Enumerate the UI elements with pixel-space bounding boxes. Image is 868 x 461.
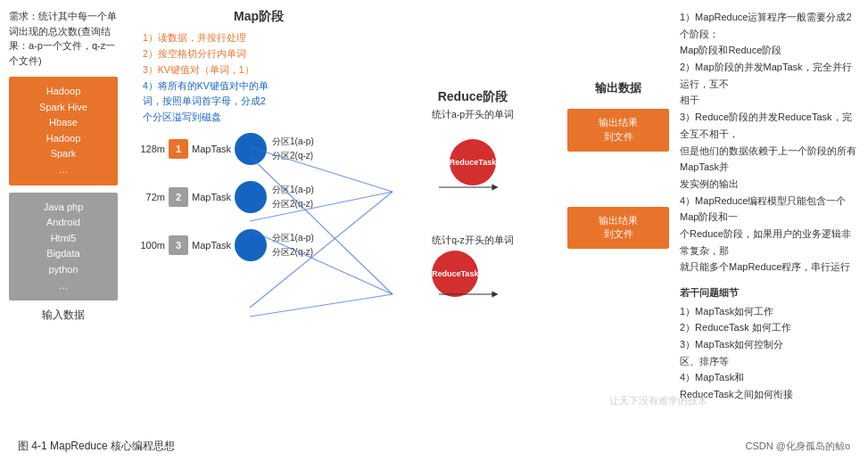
output-title: 输出数据 <box>567 80 669 96</box>
intro-text: 需求：统计其中每一个单词出现的总次数(查询结果：a-p一个文件，q-z一个文件) <box>9 9 118 68</box>
reduce-sub-1: 统计a-p开头的单词 <box>384 109 562 121</box>
reduce-stage-title: Reduce阶段 <box>384 89 562 105</box>
reduce-task-circle-1: ReduceTask <box>450 139 496 185</box>
watermark: 让天下没有难学的技术 <box>609 394 707 407</box>
task-number-1: 1 <box>169 139 188 159</box>
maptask-label-1: MapTask <box>192 144 231 154</box>
right-panel: 1）MapReduce运算程序一般需要分成2个阶段：Map阶段和Reduce阶段… <box>669 9 859 428</box>
main-container: 需求：统计其中每一个单词出现的总次数(查询结果：a-p一个文件，q-z一个文件)… <box>0 0 868 437</box>
maptask-circle-1 <box>235 133 267 165</box>
maptask-label-3: MapTask <box>192 240 231 251</box>
footer-credit: CSDN @化身孤岛的鲸o <box>745 440 850 453</box>
left-panel: 需求：统计其中每一个单词出现的总次数(查询结果：a-p一个文件，q-z一个文件)… <box>9 9 125 428</box>
reduce-sub-2: 统计q-z开头的单词 <box>432 235 514 247</box>
partition-2: 分区1(a-p)分区2(q-z) <box>272 183 314 211</box>
reduce-task-group-1: ReduceTask <box>450 139 496 185</box>
map-task-row-1: 128m 1 MapTask 分区1(a-p)分区2(q-z) <box>134 133 384 165</box>
reduce-task-circle-2: ReduceTask <box>432 251 478 297</box>
output-spacer <box>567 157 669 202</box>
input-label: 输入数据 <box>9 308 118 323</box>
input-box-1: HadoopSpark HiveHbaseHadoopSpark… <box>9 77 118 185</box>
notes-top: 1）MapReduce运算程序一般需要分成2个阶段：Map阶段和Reduce阶段… <box>680 9 859 276</box>
map-stage-title: Map阶段 <box>134 9 384 25</box>
size-3: 100m <box>134 240 165 251</box>
map-stage-panel: Map阶段 1）读数据，并按行处理 2）按空格切分行内单词 3）KV键值对（单词… <box>125 9 384 428</box>
maptask-circle-2 <box>235 181 267 213</box>
size-2: 72m <box>134 192 165 202</box>
output-panel: 输出数据 输出结果到文件 输出结果到文件 <box>562 9 669 428</box>
output-box-2: 输出结果到文件 <box>567 207 669 250</box>
partition-1: 分区1(a-p)分区2(q-z) <box>272 135 314 163</box>
task-number-3: 3 <box>169 235 188 255</box>
input-box-2: Java phpAndroidHtml5Bigdatapython… <box>9 193 118 301</box>
partition-3: 分区1(a-p)分区2(q-z) <box>272 231 314 259</box>
detail-title: 若干问题细节 <box>680 284 859 301</box>
task-number-2: 2 <box>169 187 188 207</box>
map-steps: 1）读数据，并按行处理 2）按空格切分行内单词 3）KV键值对（单词，1） 4）… <box>143 30 384 126</box>
footer: 图 4-1 MapReduce 核心编程思想 CSDN @化身孤岛的鲸o <box>0 439 868 454</box>
reduce-task-group-2: 统计q-z开头的单词 ReduceTask <box>432 235 514 297</box>
maptask-circle-3 <box>235 229 267 261</box>
detail-notes: 若干问题细节 1）MapTask如何工作 2）ReduceTask 如何工作 3… <box>680 284 859 403</box>
maptask-label-2: MapTask <box>192 192 231 202</box>
output-box-1: 输出结果到文件 <box>567 109 669 152</box>
reduce-stage-panel: Reduce阶段 统计a-p开头的单词 ReduceTask 统计q-z开头的单… <box>384 9 562 428</box>
footer-label: 图 4-1 MapReduce 核心编程思想 <box>18 439 175 454</box>
map-task-row-3: 100m 3 MapTask 分区1(a-p)分区2(q-z) <box>134 229 384 261</box>
size-1: 128m <box>134 144 165 154</box>
map-task-row-2: 72m 2 MapTask 分区1(a-p)分区2(q-z) <box>134 181 384 213</box>
